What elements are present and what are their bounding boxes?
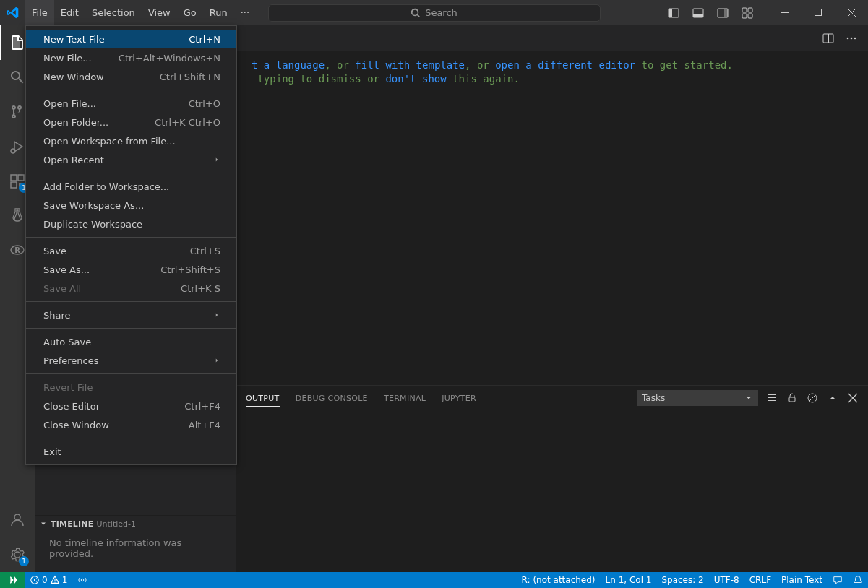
feedback-icon[interactable]: [828, 572, 848, 588]
timeline-section: TIMELINE Untitled-1 No timeline informat…: [35, 515, 236, 572]
menu-separator: [26, 90, 236, 90]
accounts-icon[interactable]: [0, 503, 35, 537]
minimize-button[interactable]: [768, 0, 802, 25]
menu-item-open-file[interactable]: Open File...Ctrl+O: [26, 94, 236, 113]
menu-separator: [26, 328, 236, 329]
menu-item-auto-save[interactable]: Auto Save: [26, 332, 236, 351]
lock-scroll-icon[interactable]: [786, 392, 799, 405]
panel-tab-debug-console[interactable]: DEBUG CONSOLE: [296, 389, 368, 406]
vscode-logo-icon: [0, 7, 25, 19]
indentation[interactable]: Spaces: 2: [656, 572, 708, 588]
toggle-panel-icon[interactable]: [686, 0, 710, 25]
broadcast-icon: [77, 575, 87, 585]
panel-tab-output[interactable]: OUTPUT: [246, 389, 280, 407]
menu-[interactable]: ···: [234, 0, 256, 25]
editor-content[interactable]: t a language, or fill with template, or …: [237, 51, 868, 385]
encoding[interactable]: UTF-8: [709, 572, 744, 588]
chevron-right-icon: [213, 311, 220, 319]
menu-item-save-all: Save AllCtrl+K S: [26, 279, 236, 298]
panel-tabs: OUTPUTDEBUG CONSOLETERMINALJUPYTER Tasks: [237, 386, 868, 410]
svg-rect-1: [669, 9, 672, 17]
svg-rect-3: [693, 14, 703, 17]
svg-rect-11: [815, 9, 821, 16]
chevron-down-icon: [744, 394, 753, 402]
menu-item-duplicate-workspace[interactable]: Duplicate Workspace: [26, 215, 236, 233]
menu-item-close-window[interactable]: Close WindowAlt+F4: [26, 415, 236, 434]
svg-point-18: [847, 38, 849, 40]
chevron-right-icon: [213, 156, 220, 163]
close-panel-icon[interactable]: [846, 392, 859, 405]
r-status[interactable]: R: (not attached): [517, 572, 601, 588]
problems-button[interactable]: 0 1: [25, 572, 72, 588]
menu-run[interactable]: Run: [203, 0, 234, 25]
timeline-header[interactable]: TIMELINE Untitled-1: [35, 516, 236, 532]
menubar: FileEditSelectionViewGoRun···: [25, 0, 256, 25]
menu-file[interactable]: File: [25, 0, 54, 25]
warning-icon: [50, 575, 60, 585]
toggle-primary-sidebar-icon[interactable]: [661, 0, 686, 25]
menu-item-open-recent[interactable]: Open Recent: [26, 150, 236, 169]
gear-icon[interactable]: 1: [0, 537, 35, 572]
cursor-position[interactable]: Ln 1, Col 1: [601, 572, 657, 588]
titlebar: FileEditSelectionViewGoRun··· Search: [0, 0, 868, 25]
menu-item-open-folder[interactable]: Open Folder...Ctrl+K Ctrl+O: [26, 113, 236, 131]
menu-item-preferences[interactable]: Preferences: [26, 351, 236, 370]
menu-item-add-folder-to-workspace[interactable]: Add Folder to Workspace...: [26, 177, 236, 196]
menu-item-save-workspace-as[interactable]: Save Workspace As...: [26, 196, 236, 215]
menu-item-close-editor[interactable]: Close EditorCtrl+F4: [26, 397, 236, 415]
panel: OUTPUTDEBUG CONSOLETERMINALJUPYTER Tasks: [237, 385, 868, 572]
toggle-secondary-sidebar-icon[interactable]: [710, 0, 735, 25]
svg-text:R: R: [14, 246, 20, 254]
menu-separator: [26, 173, 236, 173]
menu-item-share[interactable]: Share: [26, 306, 236, 324]
customize-layout-icon[interactable]: [735, 0, 760, 25]
error-icon: [30, 575, 40, 585]
svg-rect-6: [742, 8, 747, 12]
svg-rect-21: [789, 397, 795, 402]
search-input[interactable]: Search: [268, 4, 601, 22]
menu-edit[interactable]: Edit: [54, 0, 85, 25]
svg-rect-8: [742, 14, 747, 18]
maximize-button[interactable]: [802, 0, 835, 25]
svg-rect-10: [781, 12, 789, 13]
close-button[interactable]: [835, 0, 868, 25]
panel-tab-jupyter[interactable]: JUPYTER: [442, 389, 476, 406]
chevron-down-icon: [39, 519, 48, 528]
menu-view[interactable]: View: [142, 0, 177, 25]
menu-item-new-text-file[interactable]: New Text FileCtrl+N: [26, 30, 236, 48]
menu-item-exit[interactable]: Exit: [26, 442, 236, 461]
menu-item-save[interactable]: SaveCtrl+S: [26, 241, 236, 260]
more-actions-icon[interactable]: [842, 29, 861, 48]
notifications-icon[interactable]: [848, 572, 868, 588]
language-mode[interactable]: Plain Text: [776, 572, 828, 588]
split-editor-icon[interactable]: [819, 29, 838, 48]
menu-item-save-as[interactable]: Save As...Ctrl+Shift+S: [26, 260, 236, 279]
output-select[interactable]: Tasks: [637, 390, 758, 406]
remote-button[interactable]: [0, 572, 25, 588]
menu-item-open-workspace-from-file[interactable]: Open Workspace from File...: [26, 131, 236, 150]
svg-rect-17: [828, 34, 829, 43]
menu-separator: [26, 301, 236, 302]
clear-output-icon[interactable]: [806, 392, 819, 405]
timeline-empty-msg: No timeline information was provided.: [35, 532, 236, 572]
panel-tab-terminal[interactable]: TERMINAL: [384, 389, 426, 406]
menu-selection[interactable]: Selection: [85, 0, 142, 25]
svg-point-26: [82, 579, 85, 581]
svg-rect-24: [54, 579, 55, 581]
list-icon[interactable]: [765, 392, 778, 405]
svg-rect-5: [724, 9, 728, 17]
maximize-panel-icon[interactable]: [826, 392, 839, 405]
file-menu-dropdown: New Text FileCtrl+NNew File...Ctrl+Alt+W…: [25, 25, 237, 465]
chevron-right-icon: [213, 357, 220, 364]
editor-area: t a language, or fill with template, or …: [237, 25, 868, 572]
svg-rect-25: [54, 582, 55, 583]
menu-go[interactable]: Go: [177, 0, 203, 25]
eol[interactable]: CRLF: [744, 572, 776, 588]
svg-rect-7: [748, 8, 752, 12]
menu-separator: [26, 237, 236, 238]
menu-item-revert-file: Revert File: [26, 378, 236, 397]
menu-item-new-window[interactable]: New WindowCtrl+Shift+N: [26, 67, 236, 86]
ports-button[interactable]: [72, 572, 93, 588]
search-placeholder: Search: [425, 7, 457, 18]
menu-item-new-file[interactable]: New File...Ctrl+Alt+Windows+N: [26, 48, 236, 67]
